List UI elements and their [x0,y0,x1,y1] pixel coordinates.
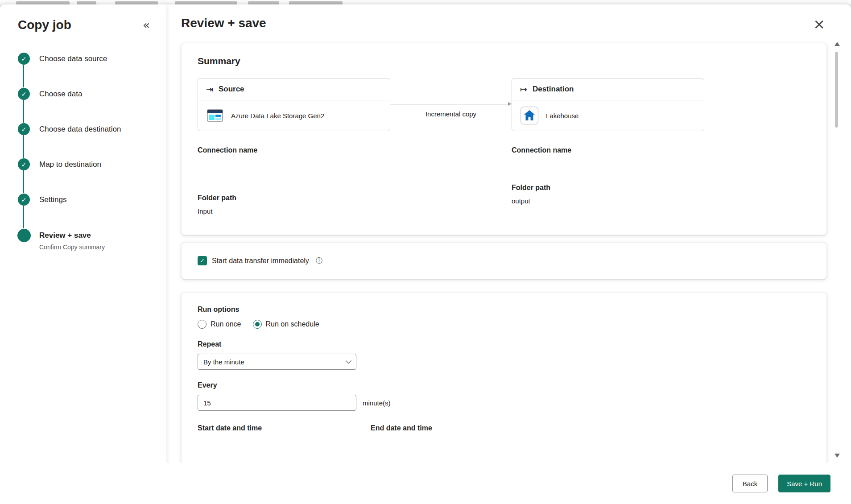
dates-row: Start date and time End date and time [198,424,810,432]
clipped-text-fragment [77,1,96,4]
run-options-title: Run options [198,306,810,314]
radio-run-once-label: Run once [211,320,241,328]
wizard-sidebar: Copy job « ✓ Choose data source ✓ Choose… [0,4,166,504]
back-button[interactable]: Back [732,475,768,492]
step-sublabel: Confirm Copy summary [39,244,166,251]
step-complete-dot: ✓ [18,53,30,65]
scrollbar-thumb[interactable] [835,52,838,128]
destination-folder-value: output [512,197,704,205]
source-details: Connection name Folder path Input [198,146,390,215]
check-icon: ✓ [21,91,27,98]
every-unit-label: minute(s) [363,399,391,407]
info-icon[interactable]: ⓘ [316,256,322,265]
check-icon: ✓ [200,257,205,264]
repeat-dropdown[interactable]: By the minute [198,354,356,370]
check-icon: ✓ [21,196,27,203]
collapse-sidebar-icon[interactable]: « [143,19,150,31]
radio-run-on-schedule-label: Run on schedule [266,320,319,328]
summary-title: Summary [198,56,810,66]
clipped-text-fragment [289,1,343,4]
run-options-card: Run options Run once Run on schedule Rep… [181,293,827,486]
step-label: Choose data source [39,54,107,63]
source-box: ⇥ Source Azure [198,78,390,131]
step-choose-data-destination[interactable]: ✓ Choose data destination [18,123,166,136]
lakehouse-icon [520,106,539,125]
step-text: Review + save Confirm Copy summary [39,229,166,251]
step-complete-dot: ✓ [18,123,30,135]
step-complete-dot: ✓ [18,194,30,206]
clipped-text-fragment [248,1,279,4]
close-icon[interactable]: × [810,16,828,32]
arrow-line [390,104,509,104]
step-choose-data[interactable]: ✓ Choose data [18,88,166,100]
every-input[interactable] [198,395,356,411]
arrow-head-icon [508,102,512,106]
step-complete-dot: ✓ [18,88,30,100]
page-title: Review + save [181,16,266,30]
step-complete-dot: ✓ [18,158,30,170]
source-box-header: ⇥ Source [198,78,390,100]
review-save-panel: Review + save × Summary ⇥ Source [166,4,851,504]
summary-card: Summary ⇥ Source [181,43,827,235]
end-date-label: End date and time [371,424,432,432]
wizard-title: Copy job [18,18,71,32]
panel-header: Review + save × [166,4,851,32]
run-mode-radio-group: Run once Run on schedule [198,320,810,329]
clipped-text-fragment [16,1,70,4]
start-immediately-label: Start data transfer immediately [212,257,309,265]
connection-details-row: Connection name Folder path Input Connec… [198,146,810,215]
check-icon: ✓ [21,55,27,62]
scrollbar-down-icon[interactable] [834,454,840,458]
destination-connection-label: Connection name [512,146,704,154]
background-page-edge [0,0,851,4]
copy-flow-arrow: Incremental copy [390,78,512,131]
step-current-dot [17,229,31,242]
immediate-row: ✓ Start data transfer immediately ⓘ [198,256,810,265]
radio-run-on-schedule[interactable]: Run on schedule [253,320,319,329]
step-label: Map to destination [39,160,101,169]
radio-run-once[interactable]: Run once [198,320,241,329]
copy-mode-label: Incremental copy [390,110,512,118]
start-immediately-checkbox[interactable]: ✓ [198,256,207,265]
spacer [512,160,704,184]
step-label: Choose data [39,90,82,98]
chevron-down-icon [346,358,351,364]
check-icon: ✓ [21,126,27,133]
destination-box-header: ↦ Destination [512,78,704,100]
dialog-footer: Back Save + Run [166,463,851,504]
step-review-save[interactable]: Review + save Confirm Copy summary [18,229,166,251]
destination-details: Connection name Folder path output [512,146,704,215]
destination-name: Lakehouse [546,112,578,120]
destination-box-body: Lakehouse [512,100,704,131]
source-name: Azure Data Lake Storage Gen2 [231,112,324,120]
scrollbar[interactable] [833,42,840,458]
every-row: minute(s) [198,395,810,411]
step-map-to-destination[interactable]: ✓ Map to destination [18,158,166,171]
import-arrow-icon: ⇥ [206,84,213,94]
clipped-text-fragment [175,1,237,4]
radio-selected-icon [253,320,262,329]
start-date-label: Start date and time [198,424,371,432]
adls-gen2-icon [206,107,224,124]
scrollbar-up-icon[interactable] [834,42,840,46]
step-label: Choose data destination [39,125,121,133]
sidebar-header: Copy job « [0,4,166,32]
step-settings[interactable]: ✓ Settings [18,194,166,206]
clipped-text-fragment [115,1,158,4]
every-label: Every [198,381,810,389]
destination-box-title: Destination [533,85,574,94]
repeat-selected-value: By the minute [203,358,244,366]
source-box-body: Azure Data Lake Storage Gen2 [198,100,390,131]
repeat-label: Repeat [198,340,810,348]
review-content: Summary ⇥ Source [166,32,851,486]
destination-box: ↦ Destination Lakehouse [512,78,704,131]
save-run-button[interactable]: Save + Run [778,475,830,492]
spacer [198,160,390,194]
step-choose-data-source[interactable]: ✓ Choose data source [18,53,166,65]
source-destination-row: ⇥ Source Azure [198,78,810,131]
copy-job-dialog: Copy job « ✓ Choose data source ✓ Choose… [0,4,851,504]
source-folder-value: Input [198,207,390,215]
check-icon: ✓ [21,161,27,168]
wizard-stepper: ✓ Choose data source ✓ Choose data ✓ Cho… [18,53,166,251]
export-arrow-icon: ↦ [520,84,527,94]
